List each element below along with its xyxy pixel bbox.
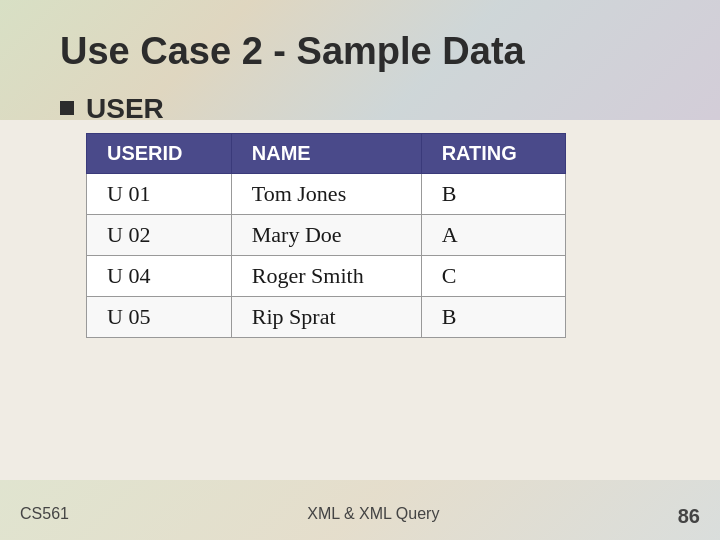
- col-header-name: NAME: [231, 134, 421, 174]
- cell-name: Mary Doe: [231, 215, 421, 256]
- cell-userid: U 01: [87, 174, 232, 215]
- cell-rating: B: [421, 297, 565, 338]
- slide-footer: CS561 XML & XML Query 86: [0, 505, 720, 528]
- table-header-row: USERID NAME RATING: [87, 134, 566, 174]
- slide-title: Use Case 2 - Sample Data: [60, 30, 660, 73]
- col-header-rating: RATING: [421, 134, 565, 174]
- cell-name: Rip Sprat: [231, 297, 421, 338]
- table-row: U 01Tom JonesB: [87, 174, 566, 215]
- table-row: U 05Rip SpratB: [87, 297, 566, 338]
- slide-content: Use Case 2 - Sample Data USER USERID NAM…: [0, 0, 720, 358]
- table-row: U 02Mary DoeA: [87, 215, 566, 256]
- bullet-section: USER USERID NAME RATING U 01Tom JonesBU …: [60, 93, 660, 338]
- table-row: U 04Roger SmithC: [87, 256, 566, 297]
- cell-rating: B: [421, 174, 565, 215]
- col-header-userid: USERID: [87, 134, 232, 174]
- user-table: USERID NAME RATING U 01Tom JonesBU 02Mar…: [86, 133, 566, 338]
- cell-rating: A: [421, 215, 565, 256]
- cell-userid: U 05: [87, 297, 232, 338]
- cell-userid: U 02: [87, 215, 232, 256]
- footer-center: XML & XML Query: [307, 505, 439, 528]
- footer-page-number: 86: [678, 505, 700, 528]
- cell-rating: C: [421, 256, 565, 297]
- bullet-icon: [60, 101, 74, 115]
- bullet-content: USER USERID NAME RATING U 01Tom JonesBU …: [86, 93, 566, 338]
- bullet-label: USER: [86, 93, 566, 125]
- cell-userid: U 04: [87, 256, 232, 297]
- cell-name: Roger Smith: [231, 256, 421, 297]
- cell-name: Tom Jones: [231, 174, 421, 215]
- footer-left: CS561: [20, 505, 69, 528]
